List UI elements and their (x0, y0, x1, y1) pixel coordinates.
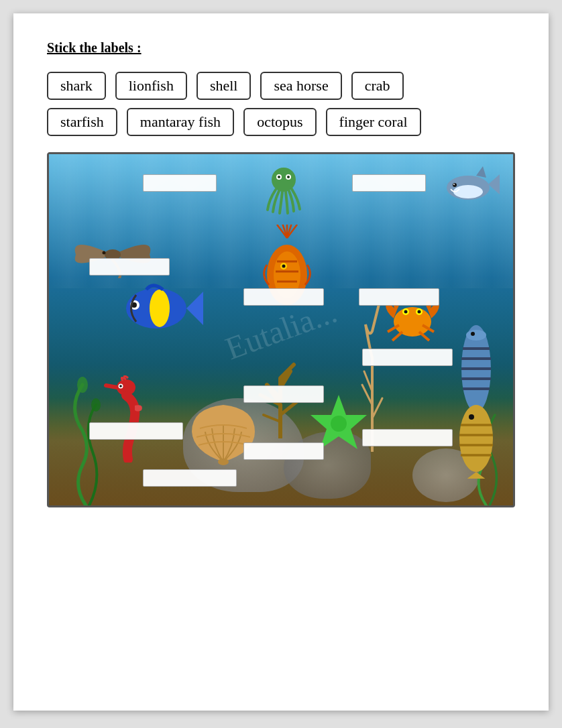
label-mantaray-fish[interactable]: mantaray fish (127, 108, 234, 136)
scene-label-6[interactable] (362, 349, 453, 366)
seahorse-animal (103, 375, 146, 463)
labels-row-2: starfish mantaray fish octopus finger co… (47, 108, 515, 136)
svg-point-0 (77, 377, 88, 393)
svg-point-28 (150, 290, 170, 327)
scene-label-1[interactable] (143, 174, 217, 192)
svg-point-56 (459, 405, 493, 472)
svg-line-34 (392, 332, 402, 341)
svg-point-6 (287, 176, 290, 178)
svg-marker-62 (463, 472, 490, 479)
svg-marker-10 (488, 174, 500, 194)
scene-label-10[interactable] (362, 429, 453, 446)
label-octopus[interactable]: octopus (243, 108, 316, 136)
svg-marker-9 (476, 166, 486, 178)
svg-point-38 (404, 310, 408, 314)
svg-point-12 (453, 184, 455, 185)
tropical-fish (116, 275, 203, 342)
label-crab[interactable]: crab (351, 72, 404, 100)
label-starfish[interactable]: starfish (47, 108, 117, 136)
scene-label-8[interactable] (89, 422, 183, 440)
svg-point-14 (103, 251, 106, 255)
worksheet-page: Stick the labels : shark lionfish shell … (13, 13, 549, 711)
svg-point-26 (282, 265, 286, 268)
label-lionfish[interactable]: lionfish (115, 72, 187, 100)
shark-animal (443, 161, 500, 208)
scene-label-11[interactable] (143, 469, 237, 487)
label-sea-horse[interactable]: sea horse (260, 72, 341, 100)
svg-point-48 (471, 332, 475, 336)
scene-label-7[interactable] (243, 385, 324, 403)
svg-point-11 (453, 183, 457, 187)
label-shell[interactable]: shell (196, 72, 251, 100)
scene-label-9[interactable] (243, 442, 324, 460)
svg-point-52 (119, 385, 122, 387)
big-fish (446, 398, 506, 479)
svg-point-40 (418, 310, 421, 314)
octopus-animal (262, 166, 306, 217)
label-finger-coral[interactable]: finger coral (326, 108, 421, 136)
underwater-scene: Eutalia... (47, 152, 515, 507)
scene-label-2[interactable] (352, 174, 426, 192)
svg-point-53 (218, 459, 229, 465)
scene-label-5[interactable] (359, 288, 439, 306)
labels-row-1: shark lionfish shell sea horse crab (47, 72, 515, 100)
svg-point-55 (331, 416, 347, 432)
svg-point-47 (466, 330, 486, 341)
labels-section: shark lionfish shell sea horse crab star… (47, 72, 515, 136)
label-shark[interactable]: shark (47, 72, 106, 100)
svg-point-5 (278, 176, 280, 178)
scene-label-4[interactable] (243, 288, 324, 306)
svg-point-32 (394, 307, 431, 337)
scene-label-3[interactable] (89, 258, 170, 276)
svg-point-8 (453, 185, 483, 198)
instruction-text: Stick the labels : (47, 40, 515, 56)
svg-point-61 (469, 414, 474, 420)
svg-marker-29 (186, 292, 203, 325)
svg-point-1 (91, 398, 101, 412)
